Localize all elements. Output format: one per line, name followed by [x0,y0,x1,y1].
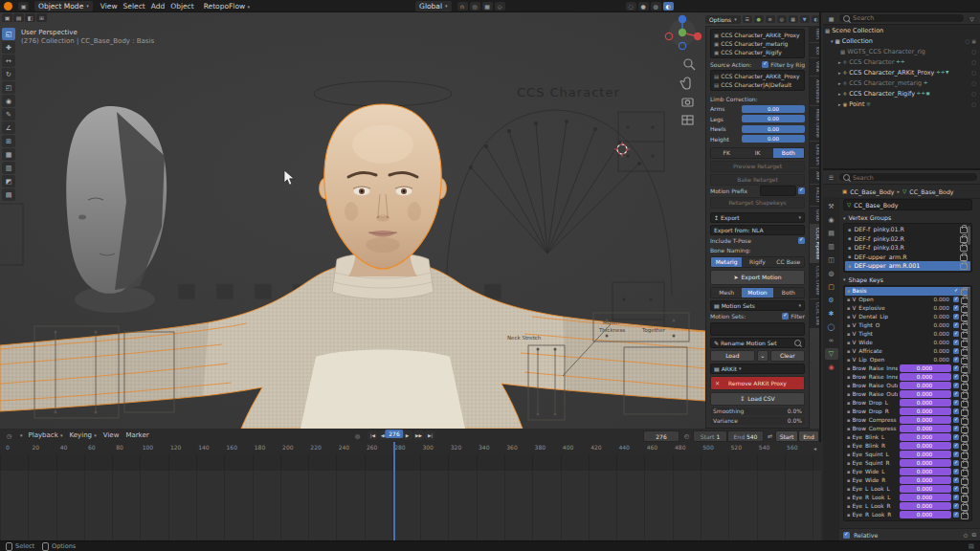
Eye_Wide_R[interactable]: ▪ Eye_Wide_R 0.000 [845,476,970,485]
retarget-shapekeys-button[interactable]: Retarget Shapekeys [710,197,805,209]
retopoflow-tool-4[interactable]: ▤ [2,188,15,201]
scrollbar[interactable] [968,226,970,245]
DEF-f_pinky.02.R[interactable]: ▪ DEF-f_pinky.02.R [845,234,970,244]
mesh-motion-toggle[interactable]: MeshMotionBoth [710,287,805,298]
relative-checkbox[interactable] [843,532,850,539]
shape-key-value[interactable]: 0.000 [900,382,951,389]
mode-dropdown[interactable]: Object Mode▾ [34,1,93,11]
shading-icon[interactable]: ◧ [25,13,35,22]
outliner-row[interactable]: ▸ ✛ CCS Character_ARKit_Proxy ✛✛▼ ▢ [823,67,980,77]
vertex-groups-section-header[interactable]: ▾Vertex Groups [843,213,972,222]
tab-view-layer[interactable]: ▥ [825,241,838,253]
shape-key-value[interactable]: 0.000 [900,425,951,432]
timeline-menu-item[interactable]: Playback ▾ [29,431,63,439]
lock-icon[interactable] [961,392,969,399]
menu-item-retopoflow[interactable]: RetopoFlow ▾ [202,2,252,11]
shape-key-value[interactable]: 0.000 [900,511,951,518]
rotate-tool[interactable]: ↻ [2,68,15,80]
Brow_Compress_R[interactable]: ▪ Brow_Compress_R 0.000 [845,425,970,433]
DEF-f_pinky.03.R[interactable]: ▪ DEF-f_pinky.03.R [845,243,970,253]
lock-icon[interactable] [960,254,968,261]
orientation-dropdown[interactable]: Global▾ [415,1,451,11]
V_Tight_O[interactable]: ▪ V_Tight_O 0.000 [845,321,970,330]
mesh-name-field[interactable]: ▽CC_Base_Body [843,199,972,210]
preview-retarget-button[interactable]: Preview Retarget [710,161,805,172]
annotate-tool[interactable]: ✎ [2,108,15,121]
V_Lip_Open[interactable]: ▪ V_Lip_Open 0.000 [845,356,970,364]
options-dropdown[interactable]: Options▾ [705,15,741,24]
playhead[interactable] [393,442,395,540]
cursor-tool[interactable]: ✚ [2,41,15,54]
shading-icon[interactable]: ◐ [812,15,821,23]
shape-key-mute-checkbox[interactable] [953,503,959,509]
shape-key-value[interactable]: 0.000 [900,373,951,381]
set-end-button[interactable]: End [798,430,819,442]
Brow_Raise_Outer_L[interactable]: ▪ Brow_Raise_Outer_L 0.000 [845,382,970,390]
variance-slider[interactable]: Variance0.0% [710,417,805,425]
menu-item[interactable]: Object [168,2,195,11]
load-motion-button[interactable]: Load [710,350,755,362]
menu-item[interactable]: Select [122,2,147,11]
retopoflow-tool-2[interactable]: ▥ [2,162,15,174]
restriction-toggles[interactable]: ▢ [971,91,978,97]
measure-tool[interactable]: ∠ [2,121,15,134]
motion-prefix-field[interactable] [760,186,796,196]
expand-caret-icon[interactable]: ▸ [838,70,841,76]
lock-icon[interactable] [961,375,969,382]
lock-icon[interactable] [960,263,968,270]
limb-slider[interactable]: Legs0.00 [710,115,805,123]
shape-key-mute-checkbox[interactable] [953,460,959,466]
shape-key-value[interactable]: 0.000 [900,451,951,458]
outliner-row-collection[interactable]: ▾ ▦ Collection ▢▣ [823,35,980,46]
filter-icon[interactable]: ▽ [967,14,977,23]
shape-key-mute-checkbox[interactable] [953,340,959,345]
expand-caret-icon[interactable]: ▸ [838,101,841,107]
smoothing-slider[interactable]: Smoothing0.0% [710,408,805,415]
motion-sets-filter-checkbox[interactable] [782,313,789,320]
limb-slider[interactable]: Heels0.00 [710,124,805,133]
shape-key-mute-checkbox[interactable] [953,314,959,320]
tab-constraints[interactable]: ∞ [825,335,838,346]
n-panel-tab[interactable]: ARP [810,168,821,184]
outliner-row[interactable]: ▸ ✛ CCS Character_metarig ✛ ▢ [823,77,980,88]
filter-by-rig-checkbox[interactable] [762,61,768,68]
n-panel-tab[interactable]: Grab [810,207,821,224]
shape-key-value[interactable]: 0.000 [900,468,951,475]
tab-physics[interactable]: ◯ [825,321,838,333]
magnet-icon[interactable]: ∩ [457,2,468,11]
current-frame-indicator[interactable]: 276 [385,430,403,438]
n-panel-tab[interactable]: CC/iC Create [810,263,821,298]
Eye_L_Look_L[interactable]: ▪ Eye_L_Look_L 0.000 [845,485,970,494]
n-panel-tab[interactable]: Lens Sim [810,142,821,168]
shape-key-mute-checkbox[interactable] [953,434,959,440]
timeline-menu-item[interactable]: Keying ▾ [70,431,97,439]
Eye_Blink_L[interactable]: ▪ Eye_Blink_L 0.000 [845,433,970,442]
n-panel-tab[interactable]: CC/iC Pipeline [810,225,821,262]
lock-icon[interactable] [961,384,969,390]
outliner-row[interactable]: ▦ WGTS_CCS Character_rig ▢ [823,46,980,56]
lock-icon[interactable] [961,461,969,468]
lock-icon[interactable] [961,435,969,442]
set-start-button[interactable]: Start [775,430,798,442]
shape-key-mute-checkbox[interactable] [953,486,959,492]
motion-sets-dropdown[interactable]: ▤Motion Sets▾ [710,300,805,311]
shape-key-value[interactable]: 0.000 [900,485,951,493]
gizmo-toggle-icon[interactable]: ● [754,15,764,23]
transform-tool[interactable]: ◉ [2,95,15,107]
timeline-ruler[interactable]: 0204060801001201401601802002202402602803… [0,442,821,455]
timeline-menu-item[interactable]: View [103,431,120,439]
n-panel-tab[interactable]: Mesh Online [810,106,821,141]
blender-logo-icon[interactable] [4,2,12,11]
expand-caret-icon[interactable]: ▸ [838,91,841,97]
DEF-upper_arm.R[interactable]: ▪ DEF-upper_arm.R [845,253,970,262]
shape-key-mute-checkbox[interactable] [953,512,959,518]
tab-material[interactable]: ◉ [825,362,838,373]
move-tool[interactable]: ↔ [2,55,15,67]
expand-caret-icon[interactable]: ▸ [838,80,841,86]
retopoflow-tool-3[interactable]: ◩ [2,175,15,187]
rig-list-item[interactable]: ▣CCS Character_metarig [712,39,803,48]
shape-key-mute-checkbox[interactable] [953,288,959,294]
motion-sets-list[interactable] [710,322,805,336]
shape-key-value[interactable]: 0.000 [900,314,951,320]
shape-key-value[interactable]: 0.000 [900,297,951,302]
